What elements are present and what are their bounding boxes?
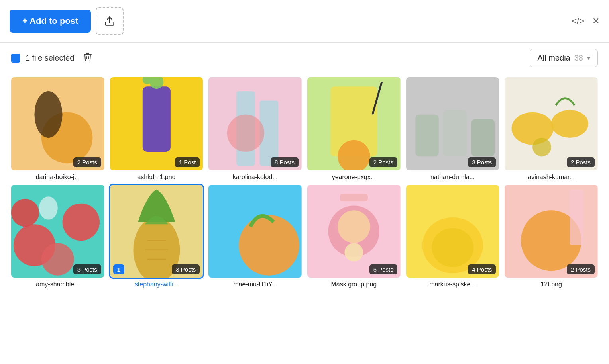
toolbar: 1 file selected All media 38 ▾ [0,43,609,73]
svg-rect-19 [471,119,494,156]
add-to-post-label: + Add to post [22,16,78,26]
media-item[interactable]: 3 Postsamy-shamble... [11,185,104,288]
media-item[interactable]: 4 Postsmarkus-spiske... [406,185,499,288]
media-thumbnail[interactable]: 3 Posts [406,77,499,170]
post-badge: 3 Posts [172,264,200,274]
media-dropdown[interactable]: All media 38 ▾ [530,49,598,67]
close-button[interactable]: ✕ [592,16,599,26]
svg-point-26 [63,203,100,240]
svg-point-36 [239,215,299,276]
media-item[interactable]: 2 Postsavinash-kumar... [505,77,598,181]
media-item[interactable]: mae-mu-U1iY... [208,185,302,288]
add-to-post-button[interactable]: + Add to post [10,10,91,33]
selected-badge: 1 [113,264,124,274]
media-filename: yearone-pxqx... [307,174,401,181]
svg-rect-41 [340,194,368,201]
svg-point-44 [432,228,473,267]
media-item[interactable]: 3 Postsnathan-dumla... [406,77,499,181]
media-grid: 2 Postsdarina-boiko-j... 1 Postashkdn 1.… [0,73,609,299]
post-badge: 5 Posts [369,264,397,274]
svg-point-23 [532,138,551,157]
upload-button[interactable] [96,7,124,35]
media-thumbnail[interactable]: 2 Posts [505,185,598,278]
svg-point-3 [34,91,62,138]
svg-rect-5 [142,86,170,152]
media-item[interactable]: 13 Postsstephany-willi... [110,185,203,288]
media-item[interactable]: 2 Postsyearone-pxqx... [307,77,401,181]
media-filename: stephany-willi... [110,281,203,288]
media-thumbnail[interactable]: 8 Posts [208,77,302,170]
media-count: 38 [574,53,583,63]
media-filename: nathan-dumla... [406,174,499,181]
svg-point-40 [344,243,363,262]
post-badge: 1 Post [175,157,200,167]
media-thumbnail[interactable]: 1 Post [110,77,203,170]
media-thumbnail[interactable]: 2 Posts [307,77,401,170]
media-item[interactable]: 8 Postskarolina-kolod... [208,77,302,181]
post-badge: 2 Posts [567,157,595,167]
dropdown-label: All media [537,53,570,63]
post-badge: 2 Posts [369,157,397,167]
svg-rect-47 [570,189,584,245]
select-all-checkbox[interactable] [11,54,20,63]
svg-point-22 [551,110,588,138]
media-thumbnail[interactable]: 13 Posts [110,185,203,278]
chevron-down-icon: ▾ [587,54,590,62]
svg-point-27 [41,243,74,276]
svg-rect-17 [415,114,438,156]
media-filename: amy-shamble... [11,281,104,288]
svg-point-28 [11,199,39,227]
post-badge: 4 Posts [468,264,496,274]
header-right: </> ✕ [572,16,599,26]
post-badge: 2 Posts [73,157,101,167]
media-item[interactable]: 1 Postashkdn 1.png [110,77,203,181]
post-badge: 3 Posts [468,157,496,167]
media-thumbnail[interactable]: 2 Posts [11,77,104,170]
post-badge: 3 Posts [73,264,101,274]
media-filename: mae-mu-U1iY... [208,281,302,288]
upload-icon [104,16,115,27]
media-thumbnail[interactable]: 5 Posts [307,185,401,278]
media-filename: 12t.png [505,281,598,288]
media-item[interactable]: 2 Postsdarina-boiko-j... [11,77,104,181]
media-thumbnail[interactable]: 4 Posts [406,185,499,278]
media-filename: ashkdn 1.png [110,174,203,181]
post-badge: 8 Posts [271,157,299,167]
media-thumbnail[interactable]: 3 Posts [11,185,104,278]
svg-point-39 [338,210,370,243]
media-thumbnail[interactable] [208,185,302,278]
post-badge: 2 Posts [567,264,595,274]
svg-rect-18 [443,110,466,157]
media-item[interactable]: 5 PostsMask group.png [307,185,401,288]
media-filename: markus-spiske... [406,281,499,288]
media-filename: darina-boiko-j... [11,174,104,181]
header: + Add to post </> ✕ [0,0,609,43]
media-item[interactable]: 2 Posts12t.png [505,185,598,288]
trash-icon [83,52,92,62]
delete-button[interactable] [80,51,96,66]
svg-point-11 [227,114,264,151]
code-button[interactable]: </> [572,16,584,26]
media-thumbnail[interactable]: 2 Posts [505,77,598,170]
media-filename: Mask group.png [307,281,401,288]
media-filename: avinash-kumar... [505,174,598,181]
file-selected-label: 1 file selected [26,53,74,63]
svg-point-29 [39,196,58,219]
media-filename: karolina-kolod... [208,174,302,181]
